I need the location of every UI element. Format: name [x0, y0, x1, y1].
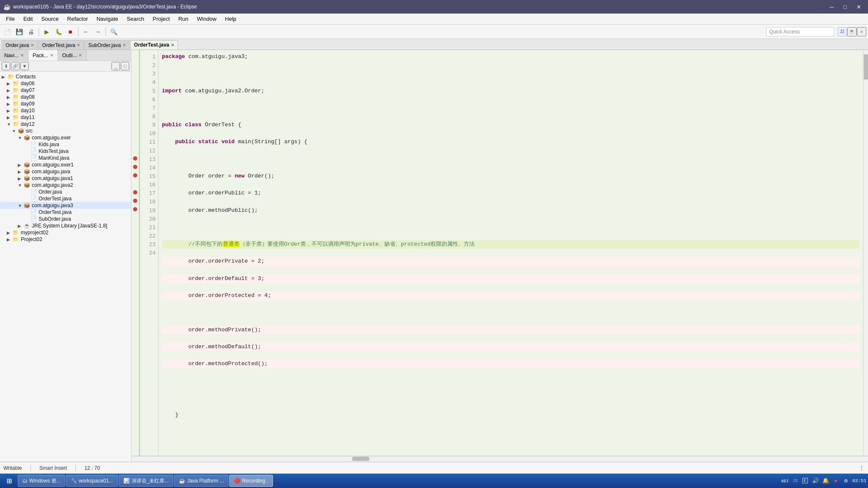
tree-com-java2[interactable]: ▼ 📦 com.atguigu.java2 [0, 182, 131, 189]
tree-project02[interactable]: ▶ 📁 Project02 [0, 236, 131, 243]
tree-day11[interactable]: ▶ 📁 day11 [0, 114, 131, 121]
code-line-18: order.methodDefault(); [162, 343, 860, 351]
quick-access-input[interactable]: Quick Access [766, 27, 834, 36]
tree-kids-java[interactable]: ▶ 📄 Kids.java [0, 141, 131, 148]
tab-ordertest-java-1[interactable]: OrderTest.java ✕ [38, 40, 84, 50]
code-line-9: order.orderPublic = 1; [162, 189, 860, 197]
hscroll-track[interactable] [131, 456, 868, 462]
menu-run[interactable]: Run [174, 14, 193, 24]
tree-com-exer1[interactable]: ▶ 📦 com.atguigu.exer1 [0, 161, 131, 168]
tray-api[interactable]: api [781, 477, 789, 485]
taskbar-item-3[interactable]: 📊 演讲谷_未红库... [119, 475, 174, 487]
tree-day10[interactable]: ▶ 📁 day10 [0, 107, 131, 114]
tab-ordertest-java-2-close[interactable]: ✕ [171, 43, 174, 47]
java-ee-perspective[interactable]: J2 [837, 27, 847, 36]
hscroll-thumb[interactable] [352, 457, 369, 461]
back-button[interactable]: ← [81, 26, 92, 37]
menu-source[interactable]: Source [37, 14, 63, 24]
vscroll-thumb[interactable] [864, 54, 868, 80]
editor-scroll[interactable]: 1 2 3 4 5 6 7 8 9 10 11 12 13 14 15 16 1… [131, 50, 868, 456]
menu-navigate[interactable]: Navigate [92, 14, 122, 24]
menu-refactor[interactable]: Refactor [63, 14, 92, 24]
tab-ordertest-java-1-close[interactable]: ✕ [77, 43, 80, 47]
tree-kidstest-java[interactable]: ▶ 📄 KidsTest.java [0, 148, 131, 155]
editor-vertical-scrollbar[interactable] [863, 50, 868, 456]
taskbar-item-4[interactable]: ☕ Java Platform ... [174, 475, 228, 487]
sidebar-tab-outli-close[interactable]: ✕ [78, 53, 82, 58]
menu-search[interactable]: Search [122, 14, 148, 24]
start-button[interactable]: ⊞ [2, 475, 17, 487]
sidebar-minimize[interactable]: _ [111, 62, 120, 70]
tree-myproject02[interactable]: ▶ 📁 myproject02 [0, 229, 131, 236]
menu-edit[interactable]: Edit [19, 14, 37, 24]
tab-order-java-close[interactable]: ✕ [31, 43, 34, 47]
tray-js[interactable]: JS [791, 477, 799, 485]
taskbar-clock[interactable]: 03:51 [852, 478, 866, 483]
sidebar-tab-pack-close[interactable]: ✕ [50, 53, 53, 58]
tree-jre[interactable]: ▶ ☕ JRE System Library [JavaSE-1.8] [0, 222, 131, 229]
tree-day12[interactable]: ▼ 📁 day12 [0, 121, 131, 128]
tree-com-exer[interactable]: ▼ 📦 com.atguigu.exer [0, 134, 131, 141]
jre-arrow: ▶ [18, 224, 24, 228]
sidebar-maximize[interactable]: □ [121, 62, 129, 70]
tree-day06[interactable]: ▶ 📁 day06 [0, 80, 131, 87]
tree-day09[interactable]: ▶ 📁 day09 [0, 100, 131, 107]
tree-com-java1[interactable]: ▶ 📦 com.atguigu.java1 [0, 175, 131, 182]
stop-button[interactable]: ■ [65, 26, 76, 37]
tree-src[interactable]: ▼ 📦 src [0, 128, 131, 134]
tab-order-java[interactable]: Order.java ✕ [2, 40, 38, 50]
menu-project[interactable]: Project [148, 14, 174, 24]
menu-help[interactable]: Help [221, 14, 241, 24]
code-line-14: order.orderDefault = 3; [162, 274, 860, 283]
tray-network[interactable]: 🔊 [812, 477, 819, 485]
sidebar-collapse-all[interactable]: ⬇ [2, 62, 10, 70]
debug-button[interactable]: 🐛 [53, 26, 64, 37]
editor-horizontal-scrollbar[interactable] [131, 456, 868, 462]
java-perspective[interactable]: ☕ [847, 27, 857, 36]
sidebar-tab-navi[interactable]: Navi... ✕ [0, 50, 28, 61]
quick-access-label: Quick Access [769, 29, 800, 35]
tree-mankind-java[interactable]: ▶ 📄 ManKind.java [0, 155, 131, 161]
menu-window[interactable]: Window [193, 14, 221, 24]
tree-contacts[interactable]: ▶ 📁 Contacts [0, 73, 131, 80]
status-menu-icon[interactable]: ⋮ [859, 465, 865, 471]
run-button[interactable]: ▶ [41, 26, 52, 37]
code-editor[interactable]: package com.atguigu.java3; import com.at… [159, 50, 863, 456]
tree-day08[interactable]: ▶ 📁 day08 [0, 94, 131, 100]
taskbar-item-recording[interactable]: 🔴 Recording . [229, 475, 273, 487]
tab-suborder-java-close[interactable]: ✕ [122, 43, 126, 47]
tray-settings[interactable]: ⚙ [842, 477, 850, 485]
sidebar-tab-navi-close[interactable]: ✕ [20, 53, 24, 58]
minimize-button[interactable]: ─ [826, 2, 837, 11]
tree-suborder-java[interactable]: ▶ 📄 SubOrder.java [0, 216, 131, 222]
taskbar-item-1[interactable]: 🗂 Windows 资... [18, 475, 65, 487]
maximize-button[interactable]: □ [839, 2, 851, 11]
new-button[interactable]: 📄 [2, 26, 13, 37]
save-button[interactable]: 💾 [14, 26, 25, 37]
day09-arrow: ▶ [7, 102, 13, 106]
menu-file[interactable]: File [2, 14, 19, 24]
forward-button[interactable]: → [92, 26, 103, 37]
tray-kingsoft[interactable]: 🄺 [801, 477, 809, 485]
tree-ordertest-java3[interactable]: ▶ 📄 OrderTest.java [0, 209, 131, 216]
search-button[interactable]: 🔍 [108, 26, 119, 37]
add-perspective[interactable]: + [857, 27, 866, 36]
tray-volume[interactable]: 🔔 [822, 477, 829, 485]
sidebar-tab-outli[interactable]: Outli... ✕ [58, 50, 87, 61]
taskbar-item-2[interactable]: 🔧 workspace01... [66, 475, 118, 487]
tree-com-java[interactable]: ▶ 📦 com.atguigu.java [0, 168, 131, 175]
print-button[interactable]: 🖨 [25, 26, 36, 37]
tree-day07[interactable]: ▶ 📁 day07 [0, 87, 131, 94]
tree-ordertest-java2[interactable]: ▶ 📄 OrderTest.java [0, 195, 131, 202]
tree-com-java3[interactable]: ▼ 📦 com.atguigu.java3 [0, 202, 131, 209]
tree-order-java[interactable]: ▶ 📄 Order.java [0, 189, 131, 195]
line-num-24: 24 [140, 249, 156, 257]
day07-icon: 📁 [13, 87, 19, 93]
tray-record-dot[interactable]: ● [832, 477, 840, 485]
tab-ordertest-java-2[interactable]: OrderTest.java ✕ [130, 40, 178, 50]
sidebar-menu[interactable]: ▼ [20, 62, 29, 70]
sidebar-link-editor[interactable]: 🔗 [11, 62, 19, 70]
sidebar-tab-pack[interactable]: Pack... ✕ [28, 50, 58, 61]
close-button[interactable]: ✕ [853, 2, 865, 11]
tab-suborder-java[interactable]: SubOrder.java ✕ [84, 40, 130, 50]
